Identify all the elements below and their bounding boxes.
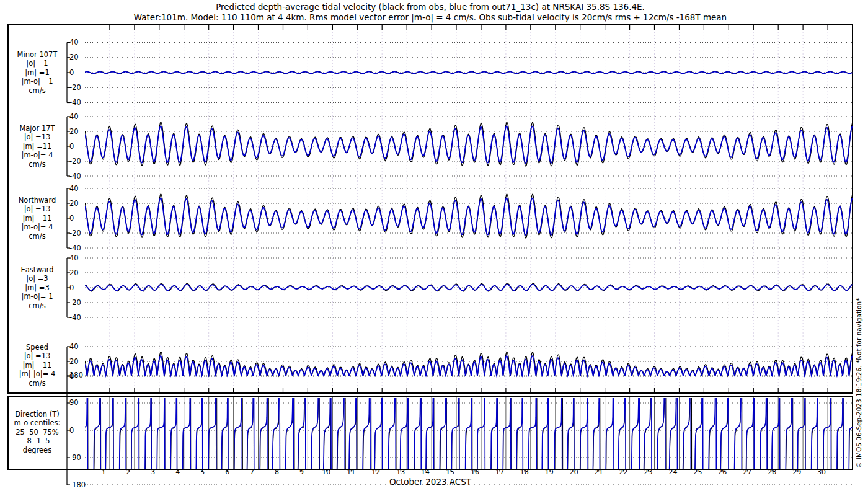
day-label-5: 5 bbox=[193, 468, 212, 476]
panel-label-eastward-line2: |m| =3 bbox=[7, 283, 67, 293]
chart-title-line2: Water:101m. Model: 110 110m at 4 4km. Rm… bbox=[0, 12, 861, 22]
ytick-label-major: 40 bbox=[69, 113, 79, 120]
day-label-24: 24 bbox=[663, 468, 682, 476]
series-eastward-obs bbox=[85, 283, 852, 291]
panel-label-eastward-line4: cm/s bbox=[7, 301, 67, 311]
chart-title-line1: Predicted depth-average tidal velocity (… bbox=[0, 2, 861, 12]
panel-label-major-line1: |o| =13 bbox=[7, 133, 67, 142]
day-label-26: 26 bbox=[713, 468, 732, 476]
day-label-12: 12 bbox=[366, 468, 385, 476]
day-label-27: 27 bbox=[738, 468, 756, 476]
day-label-28: 28 bbox=[763, 468, 781, 476]
panel-label-minor-line0: Minor 107T bbox=[7, 50, 67, 60]
panel-label-minor-line2: |m| =1 bbox=[7, 68, 67, 78]
panel-label-northward-line1: |o| =13 bbox=[7, 205, 67, 214]
ytick-label-speed: 40 bbox=[69, 343, 79, 350]
panel-label-northward-line0: Northward bbox=[7, 196, 67, 205]
panel-label-major-line0: Major 17T bbox=[7, 124, 67, 133]
ytick-label-minor: -20 bbox=[69, 84, 81, 91]
ytick-label-major: 0 bbox=[69, 143, 74, 150]
day-label-6: 6 bbox=[218, 468, 237, 476]
day-label-11: 11 bbox=[342, 468, 360, 476]
ytick-label-direction: 90 bbox=[69, 399, 79, 406]
ytick-label-direction: -90 bbox=[69, 454, 81, 461]
ytick-label-eastward: -20 bbox=[69, 299, 81, 306]
panel-label-direction-line2: 25 50 75% bbox=[7, 428, 67, 437]
x-axis-title: October 2023 ACST bbox=[0, 477, 861, 487]
panel-label-direction-line0: Direction (T) bbox=[7, 410, 67, 419]
panel-label-speed-line1: |o| =13 bbox=[7, 352, 67, 361]
panel-label-direction-line1: m-o centiles: bbox=[7, 418, 67, 428]
series-major-obs bbox=[85, 122, 852, 166]
day-label-10: 10 bbox=[317, 468, 335, 476]
day-label-21: 21 bbox=[590, 468, 608, 476]
day-label-23: 23 bbox=[639, 468, 658, 476]
panel-label-minor-line3: |m-o|= 1 bbox=[7, 77, 67, 86]
ytick-label-direction: 180 bbox=[69, 371, 83, 379]
day-label-20: 20 bbox=[565, 468, 583, 476]
day-label-1: 1 bbox=[94, 468, 113, 476]
panel-label-major-line2: |m| =11 bbox=[7, 142, 67, 151]
series-speed-model bbox=[85, 356, 852, 376]
panel-label-eastward-line3: |m-o|= 1 bbox=[7, 292, 67, 301]
ytick-label-eastward: 20 bbox=[69, 269, 79, 277]
ytick-label-eastward: 0 bbox=[69, 284, 74, 291]
panel-label-major-line4: cm/s bbox=[7, 160, 67, 169]
tidal-velocity-figure: Predicted depth-average tidal velocity (… bbox=[0, 0, 868, 496]
series-northward-obs bbox=[85, 194, 852, 238]
day-label-3: 3 bbox=[144, 468, 162, 476]
day-label-4: 4 bbox=[169, 468, 187, 476]
panel-label-speed-line3: |m|-|o|= 4 bbox=[7, 370, 67, 379]
panel-label-minor-line4: cm/s bbox=[7, 86, 67, 95]
day-label-16: 16 bbox=[466, 468, 484, 476]
panel-label-direction-line3: -8 -1 5 bbox=[7, 436, 67, 446]
panel-label-major-line3: |m-o|= 4 bbox=[7, 151, 67, 160]
panel-label-speed-line2: |m| =11 bbox=[7, 361, 67, 370]
panel-label-speed-line4: cm/s bbox=[7, 379, 67, 388]
series-speed-obs bbox=[85, 352, 852, 376]
ytick-label-northward: 40 bbox=[69, 185, 79, 192]
day-label-30: 30 bbox=[812, 468, 831, 476]
day-label-25: 25 bbox=[688, 468, 707, 476]
panel-label-northward-line3: |m-o|= 4 bbox=[7, 223, 67, 232]
panel-label-northward-line2: |m| =11 bbox=[7, 214, 67, 223]
chart-canvas bbox=[0, 0, 868, 496]
ytick-label-minor: 0 bbox=[69, 69, 74, 76]
ytick-label-major: 20 bbox=[69, 128, 79, 135]
panel-label-speed-line0: Speed bbox=[7, 343, 67, 352]
day-label-7: 7 bbox=[243, 468, 262, 476]
ytick-label-northward: 20 bbox=[69, 200, 79, 207]
day-label-9: 9 bbox=[292, 468, 311, 476]
day-label-17: 17 bbox=[490, 468, 509, 476]
ytick-label-speed: 20 bbox=[69, 358, 79, 365]
panel-label-eastward-line1: |o| =3 bbox=[7, 274, 67, 283]
ytick-label-northward: -40 bbox=[69, 244, 81, 252]
ytick-label-northward: -20 bbox=[69, 229, 81, 237]
day-label-18: 18 bbox=[515, 468, 534, 476]
day-label-29: 29 bbox=[787, 468, 806, 476]
panel-label-northward-line4: cm/s bbox=[7, 232, 67, 241]
ytick-label-eastward: 40 bbox=[69, 254, 79, 262]
ytick-label-northward: 0 bbox=[69, 215, 74, 222]
copyright-watermark: © IMOS 06-Sep-2023 18:19:26. *Not for na… bbox=[855, 298, 862, 468]
day-label-2: 2 bbox=[119, 468, 138, 476]
panel-label-direction-line4: degrees bbox=[7, 446, 67, 455]
panel-label-eastward-line0: Eastward bbox=[7, 265, 67, 275]
ytick-label-minor: 40 bbox=[69, 38, 79, 46]
day-label-8: 8 bbox=[268, 468, 286, 476]
day-label-15: 15 bbox=[441, 468, 459, 476]
ytick-label-minor: -40 bbox=[69, 99, 81, 106]
ytick-label-major: -20 bbox=[69, 157, 81, 165]
ytick-label-minor: 20 bbox=[69, 53, 79, 61]
ytick-label-eastward: -40 bbox=[69, 314, 81, 321]
ytick-label-direction: 0 bbox=[69, 427, 74, 434]
day-label-19: 19 bbox=[540, 468, 559, 476]
panel-label-minor-line1: |o| =1 bbox=[7, 59, 67, 68]
day-label-13: 13 bbox=[391, 468, 410, 476]
day-label-22: 22 bbox=[614, 468, 633, 476]
day-label-14: 14 bbox=[416, 468, 435, 476]
ytick-label-major: -40 bbox=[69, 172, 81, 180]
